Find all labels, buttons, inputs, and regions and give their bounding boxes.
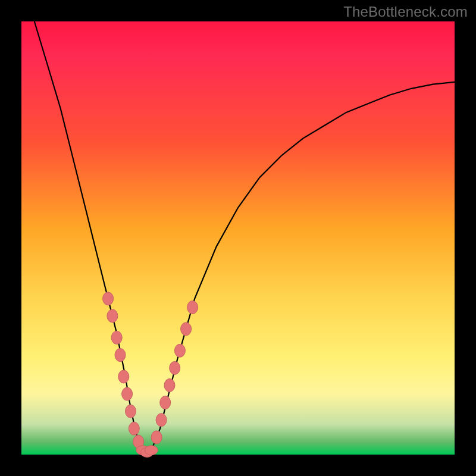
marker-dot xyxy=(151,431,162,444)
marker-dot xyxy=(181,322,192,336)
marker-dot xyxy=(145,446,158,455)
marker-dot xyxy=(122,387,133,400)
marker-dot xyxy=(160,396,171,409)
bottleneck-curve xyxy=(35,21,455,455)
marker-cluster-bottom xyxy=(136,446,158,458)
marker-dot xyxy=(164,379,175,392)
marker-dot xyxy=(129,422,139,435)
marker-cluster-right xyxy=(151,301,198,444)
marker-dot xyxy=(126,405,136,418)
marker-dot xyxy=(156,414,167,427)
marker-dot xyxy=(111,331,122,344)
marker-cluster-left xyxy=(103,292,144,448)
plot-area xyxy=(21,21,455,455)
marker-dot xyxy=(107,309,118,322)
curve-layer xyxy=(21,21,455,455)
watermark-label: TheBottleneck.com xyxy=(343,4,468,20)
marker-dot xyxy=(115,349,126,362)
marker-dot xyxy=(174,344,185,357)
marker-dot xyxy=(187,301,198,314)
marker-dot xyxy=(170,361,180,374)
marker-dot xyxy=(118,370,129,383)
marker-dot xyxy=(103,292,114,305)
chart-root: TheBottleneck.com xyxy=(0,0,476,476)
